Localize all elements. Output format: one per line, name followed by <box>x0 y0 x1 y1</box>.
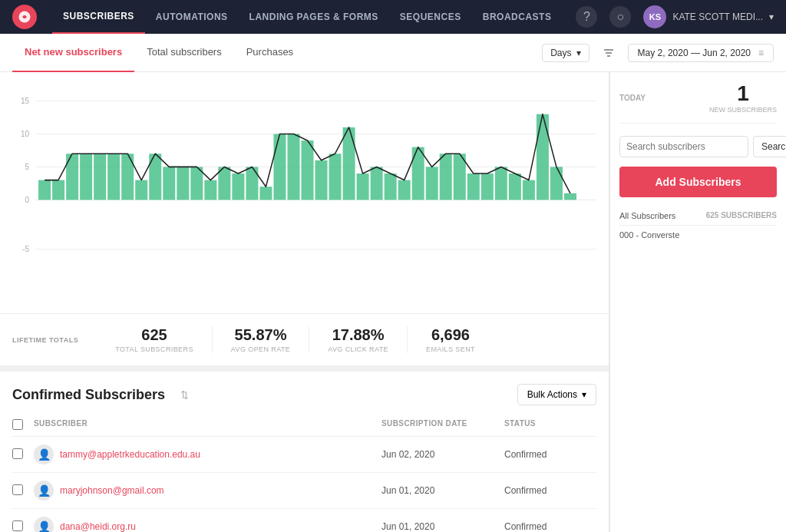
svg-rect-38 <box>412 147 424 200</box>
all-subscribers-label[interactable]: All Subscribers <box>619 211 675 220</box>
bulk-actions-button[interactable]: Bulk Actions ▾ <box>517 384 596 405</box>
add-subscribers-button[interactable]: Add Subscribers <box>619 167 777 197</box>
svg-rect-44 <box>495 167 507 200</box>
svg-rect-35 <box>371 167 383 200</box>
svg-rect-21 <box>177 167 189 200</box>
segment-label[interactable]: 000 - Converste <box>619 230 679 240</box>
stat-emails-sent: 6,696 EMAILS SENT <box>408 326 494 353</box>
avg-click-rate-value: 17.88% <box>332 326 385 344</box>
svg-text:5: 5 <box>25 162 29 170</box>
table-row: 👤 maryjohnson@gmail.com Jun 01, 2020 Con… <box>12 473 596 509</box>
status-3: Confirmed <box>504 521 596 532</box>
chevron-down-icon: ▾ <box>582 389 586 400</box>
svg-rect-22 <box>190 167 203 200</box>
nav-links: SUBSCRIBERS AUTOMATIONS LANDING PAGES & … <box>52 0 576 34</box>
row-checkbox-2[interactable] <box>12 484 23 495</box>
nav-landing-pages[interactable]: LANDING PAGES & FORMS <box>239 0 389 34</box>
status-1: Confirmed <box>504 449 596 460</box>
help-button[interactable]: ? <box>576 6 597 28</box>
subscriber-3: 👤 dana@heidi.org.ru <box>34 517 381 532</box>
svg-rect-12 <box>52 180 64 200</box>
svg-rect-43 <box>481 173 494 200</box>
col-checkbox <box>12 419 34 431</box>
svg-rect-37 <box>398 180 411 200</box>
col-subscriber-header: SUBSCRIBER <box>34 419 381 431</box>
today-stats: 1 NEW SUBSCRIBERS <box>709 81 777 114</box>
chart-container: 15 10 5 0 -5 <box>0 72 609 313</box>
avatar-1: 👤 <box>34 444 54 464</box>
table-title: Confirmed Subscribers <box>12 387 165 403</box>
row-checkbox-1[interactable] <box>12 448 23 459</box>
logo[interactable] <box>12 5 37 29</box>
today-count: 1 <box>709 81 777 106</box>
all-subscribers-row: All Subscribers 625 SUBSCRIBERS <box>619 207 777 226</box>
days-dropdown[interactable]: Days ▾ <box>542 44 589 62</box>
svg-rect-24 <box>218 167 230 200</box>
svg-rect-40 <box>440 154 452 200</box>
svg-rect-25 <box>232 173 244 200</box>
avg-open-rate-label: AVG OPEN RATE <box>231 345 290 353</box>
svg-rect-13 <box>66 154 78 200</box>
table-row: 👤 tammy@appletrkeducation.edu.au Jun 02,… <box>12 437 596 473</box>
nav-sequences[interactable]: SEQUENCES <box>389 0 472 34</box>
search-button[interactable]: Search <box>753 136 786 157</box>
table-row: 👤 dana@heidi.org.ru Jun 01, 2020 Confirm… <box>12 509 596 532</box>
svg-rect-15 <box>94 154 106 200</box>
total-subscribers-label: TOTAL SUBSCRIBERS <box>115 345 193 353</box>
svg-rect-27 <box>259 187 272 200</box>
svg-rect-48 <box>550 167 563 200</box>
date-range-picker[interactable]: May 2, 2020 — Jun 2, 2020 ≡ <box>628 44 774 62</box>
top-navigation: SUBSCRIBERS AUTOMATIONS LANDING PAGES & … <box>0 0 786 34</box>
notifications-button[interactable]: ○ <box>609 6 631 28</box>
svg-rect-47 <box>537 114 549 200</box>
status-2: Confirmed <box>504 485 596 496</box>
tab-total-subscribers[interactable]: Total subscribers <box>134 34 234 72</box>
nav-broadcasts[interactable]: BROADCASTS <box>472 0 563 34</box>
svg-rect-33 <box>343 127 355 200</box>
chevron-down-icon: ▾ <box>576 48 581 58</box>
search-row: Search <box>619 136 777 157</box>
all-subscribers-count: 625 SUBSCRIBERS <box>706 211 777 220</box>
svg-rect-34 <box>357 173 369 200</box>
sort-icon[interactable]: ⇅ <box>180 389 189 401</box>
svg-rect-39 <box>426 167 438 200</box>
avg-open-rate-value: 55.87% <box>235 326 287 344</box>
col-status-header: STATUS <box>504 419 596 431</box>
svg-rect-49 <box>564 193 576 200</box>
row-checkbox-3[interactable] <box>12 520 23 531</box>
chart-area: 15 10 5 0 -5 <box>12 84 596 307</box>
svg-rect-29 <box>287 134 299 200</box>
svg-rect-20 <box>163 167 175 200</box>
svg-text:0: 0 <box>25 195 29 203</box>
svg-rect-18 <box>135 180 147 200</box>
date-range-icon: ≡ <box>758 48 764 58</box>
svg-rect-36 <box>385 173 397 200</box>
subscriber-1: 👤 tammy@appletrkeducation.edu.au <box>34 444 381 464</box>
svg-rect-14 <box>80 154 92 200</box>
svg-rect-23 <box>204 180 216 200</box>
search-input[interactable] <box>619 136 748 157</box>
stats-bar: LIFETIME TOTALS 625 TOTAL SUBSCRIBERS 55… <box>0 313 609 365</box>
svg-rect-19 <box>149 154 161 200</box>
emails-sent-label: EMAILS SENT <box>426 345 475 353</box>
nav-automations[interactable]: AUTOMATIONS <box>145 0 239 34</box>
emails-sent-value: 6,696 <box>431 326 470 344</box>
svg-rect-32 <box>329 154 342 200</box>
svg-rect-42 <box>467 173 480 200</box>
table-header-row: Confirmed Subscribers ⇅ Bulk Actions ▾ <box>12 384 596 405</box>
svg-rect-31 <box>315 160 328 200</box>
tab-new-subscribers[interactable]: Net new subscribers <box>12 34 134 72</box>
select-all-checkbox[interactable] <box>12 419 23 430</box>
sub-navigation: Net new subscribers Total subscribers Pu… <box>0 34 786 72</box>
stat-avg-click-rate: 17.88% AVG CLICK RATE <box>309 326 408 353</box>
avatar-3: 👤 <box>34 517 54 532</box>
date-3: Jun 01, 2020 <box>381 521 504 532</box>
nav-subscribers[interactable]: SUBSCRIBERS <box>52 0 145 34</box>
user-menu[interactable]: KS KATE SCOTT MEDI... ▾ <box>643 5 774 28</box>
svg-rect-46 <box>523 180 535 200</box>
filter-button[interactable] <box>597 41 620 64</box>
today-sublabel: NEW SUBSCRIBERS <box>709 106 777 114</box>
col-subscription-date-header: SUBSCRIPTION DATE <box>381 419 504 431</box>
main-content: 15 10 5 0 -5 LIFETIME TOTALS 625 TOTAL S… <box>0 72 786 532</box>
tab-purchases[interactable]: Purchases <box>234 34 305 72</box>
